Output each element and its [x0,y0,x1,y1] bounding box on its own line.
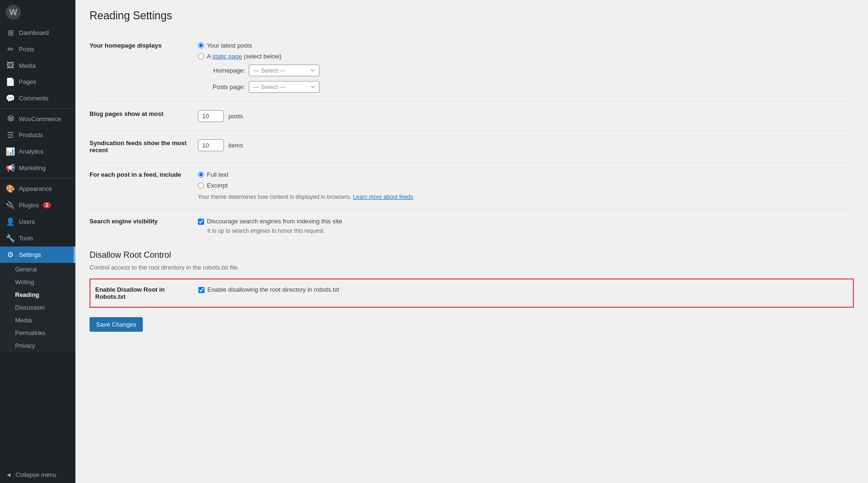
sidebar-item-appearance[interactable]: 🎨 Appearance [0,180,75,197]
sidebar-item-label: Posts [19,46,34,53]
sidebar-item-dashboard[interactable]: ⊞ Dashboard [0,25,75,41]
static-page-label: A static page (select below) [207,53,281,60]
sidebar-item-general[interactable]: General [0,263,75,276]
static-page-radio[interactable] [198,53,204,59]
sidebar-item-label: Plugins [19,202,39,209]
latest-posts-radio[interactable] [198,42,204,49]
static-page-link[interactable]: static page [213,53,242,60]
dashboard-icon: ⊞ [6,28,15,37]
sidebar-item-writing[interactable]: Writing [0,276,75,288]
feed-include-label: For each post in a feed, include [90,163,193,209]
homepage-radio-group: Your latest posts A static page (select … [198,42,849,60]
sidebar-item-users[interactable]: 👤 Users [0,213,75,230]
excerpt-label[interactable]: Excerpt [207,182,228,189]
analytics-icon: 📊 [6,147,15,156]
disallow-root-table: Enable Disallow Root in Robots.txt Enabl… [90,278,854,308]
full-text-radio[interactable] [198,172,204,178]
homepage-select[interactable]: — Select — [249,65,319,76]
sidebar-item-media-settings[interactable]: Media [0,314,75,327]
comments-icon: 💬 [6,94,15,103]
syndication-input[interactable] [198,139,224,151]
marketing-icon: 📢 [6,164,15,172]
disallow-root-checkbox[interactable] [198,287,205,293]
full-text-label[interactable]: Full text [207,171,229,178]
search-engine-label: Search engine visibility [90,209,193,243]
sidebar-item-label: Comments [19,95,49,102]
search-engine-note: It is up to search engines to honor this… [198,228,849,234]
sidebar-item-label: Products [19,131,43,139]
sidebar-item-label: Pages [19,78,36,85]
feed-include-row: For each post in a feed, include Full te… [90,163,854,209]
search-engine-checkbox-label[interactable]: Discourage search engines from indexing … [207,218,342,225]
sidebar-item-pages[interactable]: 📄 Pages [0,74,75,90]
search-engine-checkbox-row: Discourage search engines from indexing … [198,218,849,225]
sidebar-item-settings[interactable]: ⚙ Settings [0,246,75,263]
sidebar-item-label: Media [19,62,35,69]
users-icon: 👤 [6,217,15,226]
sidebar-item-label: Marketing [19,164,46,172]
sidebar-item-reading[interactable]: Reading [0,288,75,301]
sidebar-item-comments[interactable]: 💬 Comments [0,90,75,106]
disallow-root-checkbox-label[interactable]: Enable disallowing the root directory in… [207,286,339,293]
settings-form: Your homepage displays Your latest posts… [90,33,854,332]
disallow-root-checkbox-row: Enable disallowing the root directory in… [198,286,848,293]
settings-submenu: General Writing Reading Discussion Media… [0,263,75,352]
blog-pages-row: Blog pages show at most posts [90,102,854,131]
products-icon: ☰ [6,131,15,139]
tools-icon: 🔧 [6,234,15,243]
pages-icon: 📄 [6,77,15,86]
homepage-displays-options: Your latest posts A static page (select … [193,33,854,102]
sidebar-item-discussion[interactable]: Discussion [0,301,75,314]
wp-logo-area: W [0,0,75,25]
sidebar-item-label: WooCommerce [19,115,61,123]
save-changes-button[interactable]: Save Changes [90,317,143,332]
homepage-displays-label: Your homepage displays [90,33,193,102]
sidebar-item-woocommerce[interactable]: Ⓦ WooCommerce [0,111,75,127]
wp-logo: W [6,5,21,20]
sidebar-item-marketing[interactable]: 📢 Marketing [0,160,75,176]
syndication-row: Syndication feeds show the most recent i… [90,131,854,163]
disallow-root-section-desc: Control access to the root directory in … [90,264,854,271]
disallow-root-checkbox-cell: Enable disallowing the root directory in… [194,279,853,307]
full-text-radio-row: Full text [198,171,849,178]
search-engine-checkbox[interactable] [198,219,204,225]
plugins-badge: 2 [43,202,51,208]
sidebar-item-posts[interactable]: ✏ Posts [0,41,75,57]
posts-page-select[interactable]: — Select — [249,81,319,93]
sidebar-item-tools[interactable]: 🔧 Tools [0,230,75,246]
syndication-label: Syndication feeds show the most recent [90,131,193,163]
sidebar-item-products[interactable]: ☰ Products [0,127,75,143]
learn-more-link[interactable]: Learn more about feeds [353,194,413,200]
posts-page-select-label: Posts page: [198,83,245,90]
sidebar-item-label: Appearance [19,185,52,192]
feed-include-options: Full text Excerpt Your theme determines … [193,163,854,209]
woocommerce-icon: Ⓦ [6,115,15,123]
appearance-icon: 🎨 [6,184,15,193]
homepage-select-label: Homepage: [198,67,245,74]
latest-posts-label[interactable]: Your latest posts [207,42,252,49]
feed-note: Your theme determines how content is dis… [198,194,849,200]
sidebar-item-analytics[interactable]: 📊 Analytics [0,143,75,160]
sidebar-item-label: Settings [19,251,41,258]
sidebar-item-label: Dashboard [19,29,49,36]
feed-radio-group: Full text Excerpt [198,171,849,189]
blog-pages-input[interactable] [198,110,224,122]
main-content: Reading Settings Your homepage displays … [75,0,868,483]
sidebar-item-permalinks[interactable]: Permalinks [0,327,75,339]
excerpt-radio-row: Excerpt [198,182,849,189]
excerpt-radio[interactable] [198,182,204,188]
collapse-menu-button[interactable]: ◄ Collapse menu [0,467,75,483]
disallow-root-section-title: Disallow Root Control [90,250,854,260]
sidebar-item-media[interactable]: 🖼 Media [0,57,75,74]
media-icon: 🖼 [6,61,15,70]
homepage-displays-row: Your homepage displays Your latest posts… [90,33,854,102]
static-page-radio-row: A static page (select below) [198,53,849,60]
posts-icon: ✏ [6,45,15,54]
sidebar-item-plugins[interactable]: 🔌 Plugins 2 [0,197,75,213]
sidebar-item-label: Users [19,218,35,225]
collapse-icon: ◄ [6,471,12,478]
settings-table: Your homepage displays Your latest posts… [90,33,854,243]
search-engine-options: Discourage search engines from indexing … [193,209,854,243]
plugins-icon: 🔌 [6,201,15,210]
sidebar-item-privacy[interactable]: Privacy [0,339,75,352]
